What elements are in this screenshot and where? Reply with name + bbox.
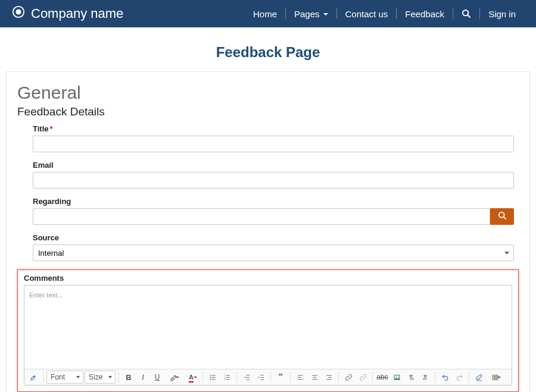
numbered-list-button[interactable]: 123 [220,371,233,384]
email-input[interactable] [33,172,514,189]
regarding-lookup-button[interactable] [490,208,514,225]
brand-logo-icon [12,5,25,22]
toolbar-separator [270,372,271,382]
bullet-list-button[interactable] [206,371,219,384]
nav-feedback[interactable]: Feedback [397,9,453,19]
nav-contact-us[interactable]: Contact us [337,9,397,19]
search-icon [462,9,471,18]
strikethrough-icon: abc [376,373,388,381]
editor-toolbar: Font Size B I U A [24,369,512,385]
svg-line-3 [468,15,470,17]
align-center-button[interactable] [308,371,321,384]
italic-button[interactable]: I [136,371,149,384]
search-icon [498,211,507,222]
toolbar-separator [43,372,43,382]
outdent-icon [243,374,251,381]
svg-point-6 [210,375,211,375]
unlink-icon [359,374,367,381]
undo-icon [441,374,449,381]
font-size-select[interactable]: Size [85,371,116,384]
toolbar-separator [372,372,373,382]
bold-button[interactable]: B [122,371,135,384]
eraser-icon [475,374,483,381]
svg-point-1 [15,9,21,14]
comments-label: Comments [24,274,512,283]
link-icon [345,374,353,381]
table-icon [491,374,499,381]
toolbar-separator [338,372,339,382]
title-label: Title* [33,124,514,133]
font-color-icon: A [189,373,194,381]
toolbar-separator [119,372,119,382]
outdent-button[interactable] [240,371,253,384]
comments-highlight-area: Comments Enter text... Font Size B I U [17,269,519,392]
svg-point-10 [210,379,211,380]
nav-search-button[interactable] [453,9,479,18]
toolbar-separator [236,372,237,382]
svg-line-5 [503,217,506,219]
unlink-button[interactable] [356,371,369,384]
align-right-icon [325,374,333,381]
field-source: Source Internal [33,233,514,261]
rtl-button[interactable] [419,371,432,384]
ltr-button[interactable] [404,371,417,384]
undo-button[interactable] [438,371,451,384]
toolbar-separator [202,372,203,382]
field-regarding: Regarding [33,197,514,225]
ltr-icon [407,374,415,381]
format-painter-button[interactable] [27,371,40,384]
source-label: Source [33,233,514,242]
top-navbar: Company name Home Pages Contact us Feedb… [0,0,536,27]
field-email: Email [33,161,514,189]
blockquote-button[interactable]: ” [274,371,287,384]
nav-sign-in[interactable]: Sign in [480,9,524,19]
strikethrough-button[interactable]: abc [376,371,389,384]
numbered-list-icon: 123 [223,374,231,381]
nav-home[interactable]: Home [245,9,285,19]
email-label: Email [33,161,514,170]
align-center-icon [311,374,319,381]
required-marker: * [50,124,53,133]
image-button[interactable] [390,371,403,384]
rtl-icon [422,374,429,381]
toolbar-separator [290,372,291,382]
svg-point-34 [395,376,397,377]
align-right-button[interactable] [322,371,335,384]
font-color-button[interactable]: A [183,371,200,384]
indent-icon [257,374,265,381]
align-left-button[interactable] [294,371,307,384]
underline-button[interactable]: U [151,371,164,384]
source-select[interactable]: Internal [33,244,514,261]
comments-textarea[interactable]: Enter text... [24,286,512,369]
chevron-down-icon [323,13,328,15]
regarding-label: Regarding [33,197,514,206]
link-button[interactable] [342,371,355,384]
page-title-wrap: Feedback Page [0,27,536,71]
highlight-color-button[interactable] [165,371,182,384]
brand[interactable]: Company name [12,5,123,22]
image-icon [393,374,401,381]
comments-placeholder: Enter text... [29,291,63,299]
clear-format-button[interactable] [472,371,485,384]
company-name: Company name [31,6,123,21]
svg-text:3: 3 [224,378,225,380]
page-title: Feedback Page [216,44,320,60]
redo-icon [456,374,463,381]
rich-text-editor: Enter text... Font Size B I U [24,285,512,385]
svg-point-8 [210,377,211,377]
align-left-icon [297,374,304,381]
toolbar-separator [435,372,435,382]
indent-button[interactable] [254,371,267,384]
highlighter-icon [170,374,177,381]
field-title: Title* [33,124,514,152]
table-button[interactable] [487,371,503,384]
nav-pages[interactable]: Pages [286,9,336,19]
font-family-select[interactable]: Font [46,371,83,384]
section-heading: General [17,83,519,103]
title-input[interactable] [33,136,514,152]
navbar-right: Home Pages Contact us Feedback Sign in [245,8,524,19]
svg-rect-36 [493,375,498,380]
redo-button[interactable] [453,371,466,384]
feedback-details-heading: Feedback Details [17,105,519,118]
regarding-input[interactable] [33,208,490,225]
